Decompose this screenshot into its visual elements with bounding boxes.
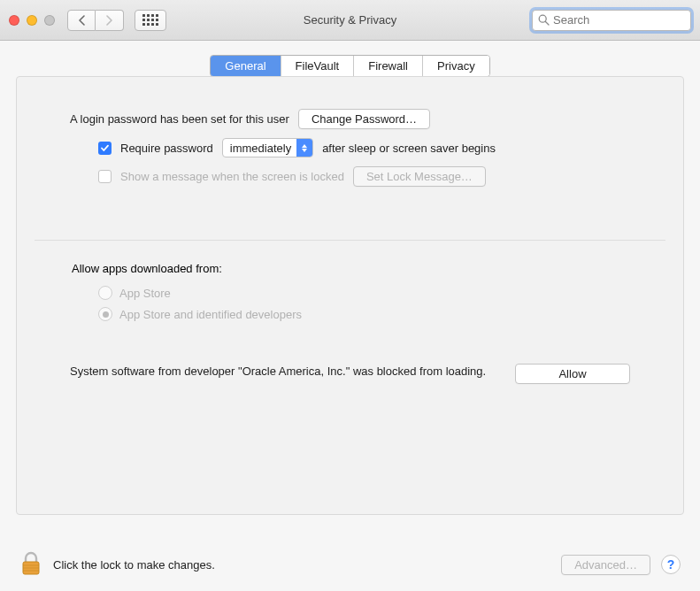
set-lock-message-button: Set Lock Message… <box>353 166 486 187</box>
require-password-label: Require password <box>120 142 213 155</box>
require-password-delay-value: immediately <box>230 142 296 155</box>
back-button[interactable] <box>67 10 96 31</box>
lock-button[interactable] <box>19 551 42 578</box>
select-stepper-icon <box>296 139 312 157</box>
change-password-button[interactable]: Change Password… <box>298 109 430 129</box>
gatekeeper-appstore-label: App Store <box>119 287 171 300</box>
panel-divider <box>35 240 665 241</box>
zoom-window-button[interactable] <box>44 15 55 26</box>
search-input[interactable] <box>553 13 700 27</box>
general-panel: A login password has been set for this u… <box>16 76 684 515</box>
tab-firewall[interactable]: Firewall <box>354 56 423 76</box>
search-icon <box>538 14 550 26</box>
require-password-delay-select[interactable]: immediately <box>222 138 313 157</box>
require-password-checkbox[interactable] <box>98 142 112 155</box>
lock-hint-text: Click the lock to make changes. <box>53 558 215 572</box>
window-titlebar: Security & Privacy <box>0 0 700 41</box>
gatekeeper-identified-radio <box>98 307 112 321</box>
footer-bar: Click the lock to make changes. Advanced… <box>0 538 700 591</box>
gatekeeper-section-label: Allow apps downloaded from: <box>72 262 630 275</box>
after-sleep-label: after sleep or screen saver begins <box>322 142 496 155</box>
help-button[interactable]: ? <box>661 555 681 574</box>
login-password-set-label: A login password has been set for this u… <box>70 112 289 126</box>
show-all-prefs-button[interactable] <box>135 10 166 31</box>
tab-filevault[interactable]: FileVault <box>281 56 355 76</box>
tab-general[interactable]: General <box>211 56 281 76</box>
show-lock-message-label: Show a message when the screen is locked <box>120 170 344 183</box>
close-window-button[interactable] <box>9 15 19 26</box>
show-lock-message-checkbox[interactable] <box>98 170 112 183</box>
tab-bar: General FileVault Firewall Privacy <box>210 55 489 77</box>
grid-icon <box>142 14 158 26</box>
blocked-software-message: System software from developer "Oracle A… <box>70 364 497 380</box>
lock-icon <box>19 551 42 578</box>
forward-button[interactable] <box>96 10 124 31</box>
tab-privacy[interactable]: Privacy <box>423 56 489 76</box>
minimize-window-button[interactable] <box>27 15 37 26</box>
advanced-button[interactable]: Advanced… <box>561 555 650 575</box>
search-field-wrapper[interactable] <box>532 10 691 31</box>
svg-line-1 <box>545 21 549 25</box>
allow-blocked-software-button[interactable]: Allow <box>515 364 630 384</box>
window-controls <box>9 15 55 26</box>
gatekeeper-appstore-radio <box>98 286 112 300</box>
gatekeeper-identified-label: App Store and identified developers <box>119 308 302 321</box>
